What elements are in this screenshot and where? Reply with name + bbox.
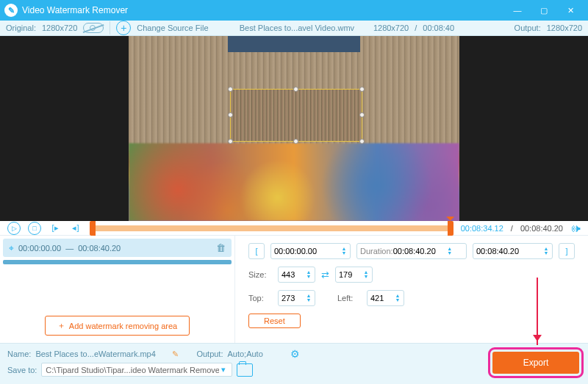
segment-item[interactable]: ⌖ 00:00:00.00 — 00:08:40.20 🗑 xyxy=(3,239,232,257)
top-field[interactable]: ▲▼ xyxy=(278,290,315,306)
play-button[interactable]: ▷ xyxy=(7,222,21,235)
resize-handle[interactable] xyxy=(359,87,365,92)
add-watermark-area-button[interactable]: ＋ Add watermark removing area xyxy=(45,316,190,336)
original-label: Original: xyxy=(6,23,36,32)
output-format-label: Output: xyxy=(196,349,223,358)
segments-panel: ⌖ 00:00:00.00 — 00:08:40.20 🗑 ＋ Add wate… xyxy=(0,236,235,343)
range-start-handle[interactable] xyxy=(90,221,96,236)
width-field[interactable]: ▲▼ xyxy=(278,267,315,283)
aspect-lock-icon[interactable]: ⇄ xyxy=(321,269,329,280)
total-time: 00:08:40.20 xyxy=(520,224,563,233)
output-name-field[interactable] xyxy=(35,349,168,358)
output-label: Output: xyxy=(514,23,541,32)
bottom-bar: Name: ✎ Output: ⚙ Save to: ▾ Export xyxy=(0,343,588,384)
stop-button[interactable]: □ xyxy=(28,222,41,235)
current-time: 00:08:34.12 xyxy=(461,224,503,233)
save-path-field[interactable]: ▾ xyxy=(41,363,232,377)
titlebar: ✎ Video Watermark Remover — ▢ ✕ xyxy=(0,0,588,21)
app-logo-icon: ✎ xyxy=(4,4,18,17)
original-resolution: 1280x720 xyxy=(42,23,77,32)
step-down-icon[interactable]: ▼ xyxy=(341,251,347,256)
preview-toggle-icon[interactable] xyxy=(83,23,104,33)
path-dropdown-icon[interactable]: ▾ xyxy=(219,365,228,374)
set-start-button[interactable]: [ xyxy=(248,243,265,259)
close-button[interactable]: ✕ xyxy=(557,0,584,21)
size-label: Size: xyxy=(248,270,272,279)
video-frame xyxy=(129,36,459,221)
left-label: Left: xyxy=(337,294,361,303)
app-title: Video Watermark Remover xyxy=(22,5,504,15)
export-button[interactable]: Export xyxy=(492,352,579,374)
top-label: Top: xyxy=(248,294,272,303)
height-field[interactable]: ▲▼ xyxy=(335,267,373,283)
mid-panel: ⌖ 00:00:00.00 — 00:08:40.20 🗑 ＋ Add wate… xyxy=(0,236,588,343)
browse-folder-icon[interactable] xyxy=(237,363,253,377)
minimize-button[interactable]: — xyxy=(504,0,531,21)
save-to-label: Save to: xyxy=(7,366,37,374)
output-settings-icon[interactable]: ⚙ xyxy=(290,348,300,360)
source-filename: Best Places to...avel Video.wmv xyxy=(240,23,354,32)
resize-handle[interactable] xyxy=(228,87,233,92)
name-label: Name: xyxy=(7,349,31,358)
resize-handle[interactable] xyxy=(359,112,365,117)
range-end-handle[interactable] xyxy=(448,221,453,236)
segment-start: 00:00:00.00 xyxy=(18,244,61,253)
change-source-button[interactable]: Change Source File xyxy=(137,23,208,32)
change-source-icon[interactable]: + xyxy=(116,21,131,35)
volume-icon[interactable]: 🕪 xyxy=(570,222,581,234)
range-start-field[interactable]: ▲▼ xyxy=(270,243,351,259)
source-resolution: 1280x720 xyxy=(373,23,409,32)
edit-name-icon[interactable]: ✎ xyxy=(172,349,179,359)
timeline-scrubber[interactable] xyxy=(90,225,453,231)
left-field[interactable]: ▲▼ xyxy=(367,290,404,306)
output-resolution: 1280x720 xyxy=(547,23,582,32)
transport-bar: ▷ □ [▸ ◂] 00:08:34.12/00:08:40.20 🕪 xyxy=(0,221,588,236)
segment-bar[interactable] xyxy=(3,260,232,264)
mark-out-button[interactable]: ◂] xyxy=(69,222,82,235)
resize-handle[interactable] xyxy=(228,112,233,117)
segment-end: 00:08:40.20 xyxy=(78,244,121,253)
plus-icon: ＋ xyxy=(57,320,65,331)
video-preview[interactable] xyxy=(0,36,588,221)
resize-handle[interactable] xyxy=(293,87,298,92)
properties-panel: [ ▲▼ Duration:▲▼ ▲▼ ] Size: ▲▼ ⇄ ▲▼ Top:… xyxy=(235,236,588,343)
delete-segment-icon[interactable]: 🗑 xyxy=(216,242,226,253)
reset-button[interactable]: Reset xyxy=(248,314,301,328)
resize-handle[interactable] xyxy=(359,139,365,144)
resize-handle[interactable] xyxy=(293,139,298,144)
set-end-button[interactable]: ] xyxy=(559,243,575,259)
toolbar: Original: 1280x720 + Change Source File … xyxy=(0,21,588,36)
segment-icon: ⌖ xyxy=(9,243,14,253)
range-duration-field[interactable]: Duration:▲▼ xyxy=(356,243,467,259)
range-end-field[interactable]: ▲▼ xyxy=(473,243,553,259)
resize-handle[interactable] xyxy=(228,139,233,144)
source-duration: 00:08:40 xyxy=(423,23,454,32)
maximize-button[interactable]: ▢ xyxy=(531,0,557,21)
watermark-selection[interactable] xyxy=(230,89,362,142)
mark-in-button[interactable]: [▸ xyxy=(49,222,62,235)
output-format-field[interactable] xyxy=(227,349,286,358)
